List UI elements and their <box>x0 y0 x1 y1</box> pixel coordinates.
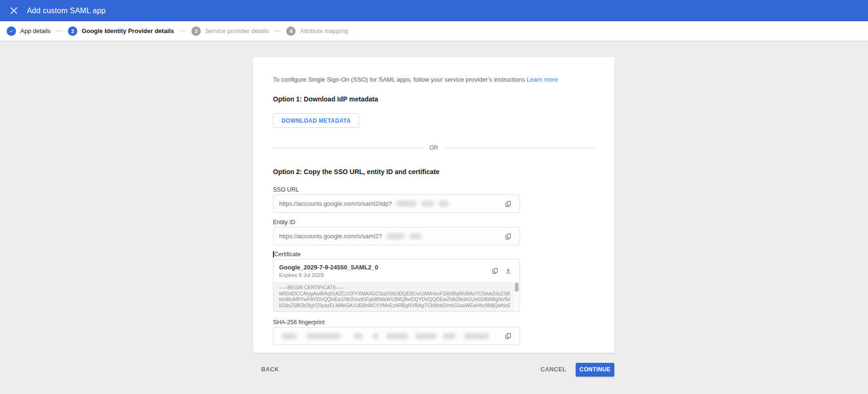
step-number: 4 <box>286 26 296 36</box>
page-body: To configure Single Sign-On (SSO) for SA… <box>0 41 868 394</box>
or-divider: OR <box>273 144 595 151</box>
certificate-pem[interactable]: -----BEGIN CERTIFICATE----- MIIDdDCCAlyg… <box>273 282 520 311</box>
step-divider <box>56 31 63 31</box>
certificate-name: Google_2029-7-9-24550_SAML2_0 <box>279 264 378 271</box>
footer-actions: BACK CANCEL CONTINUE <box>253 362 614 377</box>
pem-line: -----BEGIN CERTIFICATE----- <box>279 285 510 291</box>
step-attribute-mapping: 4 Attribute mapping <box>286 26 348 36</box>
step-divider <box>179 31 186 31</box>
copy-icon[interactable] <box>503 231 514 242</box>
redacted-value <box>409 233 422 239</box>
sso-url-label: SSO URL <box>273 186 595 193</box>
sha256-redacted-value <box>279 333 489 339</box>
pem-line: b2dsZSBGb3IgV29yazELMAkGA1UEBhMCVVMxEzAR… <box>279 302 510 309</box>
or-label: OR <box>430 144 438 151</box>
certificate-label: Certificate <box>273 251 595 258</box>
divider-line <box>445 148 595 148</box>
sso-url-field[interactable]: https://accounts.google.com/o/saml2/idp? <box>273 194 520 213</box>
sha256-label: SHA-256 fingerprint <box>273 319 595 326</box>
certificate-widget: Google_2029-7-9-24550_SAML2_0 Expires 9 … <box>273 259 520 312</box>
step-label: Attribute mapping <box>300 27 348 34</box>
download-icon[interactable] <box>503 265 514 277</box>
idp-details-card: To configure Single Sign-On (SSO) for SA… <box>253 57 614 353</box>
entity-id-value: https://accounts.google.com/o/saml2? <box>279 233 422 240</box>
redacted-value <box>438 201 449 207</box>
sha256-field[interactable] <box>273 327 520 345</box>
learn-more-link[interactable]: Learn more <box>527 76 558 83</box>
copy-icon[interactable] <box>489 265 501 277</box>
continue-button[interactable]: CONTINUE <box>576 363 614 377</box>
scrollbar-thumb[interactable] <box>515 283 519 292</box>
divider-line <box>273 148 423 148</box>
option2-heading: Option 2: Copy the SSO URL, entity ID an… <box>273 168 595 176</box>
certificate-expiry: Expires 9 Jul 2029 <box>279 272 378 278</box>
step-google-idp-details: 2 Google Identity Provider details <box>68 26 174 36</box>
stepper: App details 2 Google Identity Provider d… <box>0 21 868 41</box>
step-service-provider-details: 3 Service provider details <box>191 26 269 36</box>
intro-text: To configure Single Sign-On (SSO) for SA… <box>273 76 595 83</box>
redacted-value <box>421 201 434 207</box>
step-number: 3 <box>191 26 201 36</box>
redacted-value <box>396 201 417 207</box>
check-icon <box>7 26 16 36</box>
step-app-details: App details <box>7 26 50 36</box>
step-label: Google Identity Provider details <box>82 27 174 34</box>
step-label: Service provider details <box>205 27 269 34</box>
entity-id-field[interactable]: https://accounts.google.com/o/saml2? <box>273 227 520 245</box>
text-cursor <box>273 251 274 258</box>
dialog-header: Add custom SAML app <box>0 0 868 21</box>
copy-icon[interactable] <box>503 330 514 342</box>
download-metadata-button[interactable]: DOWNLOAD METADATA <box>273 113 359 128</box>
dialog-title: Add custom SAML app <box>27 7 106 15</box>
entity-id-label: Entity ID <box>273 219 595 226</box>
copy-icon[interactable] <box>503 198 514 210</box>
step-divider <box>274 31 281 31</box>
pem-line: MIIDdDCCAlygAwIBAgIGAZCcCPYXMA0GCSqGSIb3… <box>279 291 510 297</box>
sso-url-value: https://accounts.google.com/o/saml2/idp? <box>279 200 449 207</box>
back-button[interactable]: BACK <box>257 363 283 376</box>
pem-line: bmMuMRYwFAYDVQQHEw1Nb3VudGFpbiBWaWV3MQ8w… <box>279 296 510 302</box>
scrollbar-track[interactable] <box>514 282 520 311</box>
certificate-header: Google_2029-7-9-24550_SAML2_0 Expires 9 … <box>273 260 520 282</box>
redacted-value <box>386 233 405 239</box>
step-number: 2 <box>68 26 77 36</box>
close-icon[interactable] <box>8 5 20 17</box>
cancel-button[interactable]: CANCEL <box>537 363 570 376</box>
step-label: App details <box>20 27 50 34</box>
option1-heading: Option 1: Download IdP metadata <box>273 95 595 103</box>
